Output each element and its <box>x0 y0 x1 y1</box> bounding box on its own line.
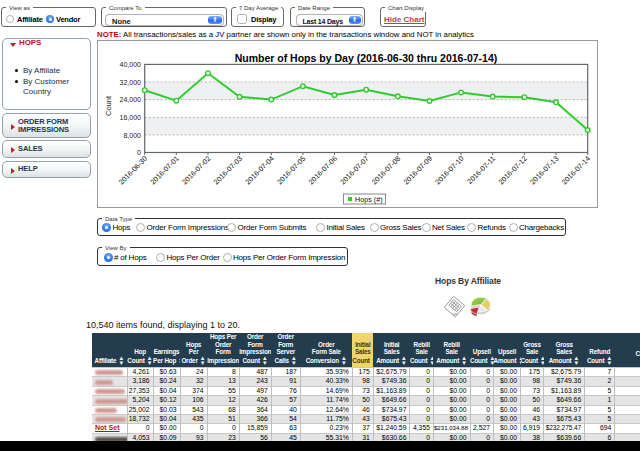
svg-text:32,000: 32,000 <box>120 79 142 86</box>
svg-text:2016-07-05: 2016-07-05 <box>275 154 307 186</box>
svg-text:2016-07-04: 2016-07-04 <box>243 154 275 186</box>
svg-text:Number of Hops by Day (2016-06: Number of Hops by Day (2016-06-30 thru 2… <box>235 52 498 64</box>
svg-text:2016-07-06: 2016-07-06 <box>307 154 339 186</box>
svg-text:2016-07-02: 2016-07-02 <box>180 154 212 186</box>
svg-text:Hops (#): Hops (#) <box>355 195 383 204</box>
svg-text:2016-07-13: 2016-07-13 <box>528 154 560 186</box>
svg-text:8,000: 8,000 <box>123 132 141 139</box>
svg-text:2016-07-14: 2016-07-14 <box>560 154 592 186</box>
svg-text:24,000: 24,000 <box>120 96 142 103</box>
svg-text:2016-07-12: 2016-07-12 <box>496 154 528 186</box>
svg-text:2016-07-11: 2016-07-11 <box>465 154 497 186</box>
svg-text:16,000: 16,000 <box>120 114 142 121</box>
svg-text:2016-07-10: 2016-07-10 <box>433 154 465 186</box>
svg-text:2016-07-08: 2016-07-08 <box>370 154 402 186</box>
svg-text:40,000: 40,000 <box>120 61 142 68</box>
svg-text:2016-07-07: 2016-07-07 <box>338 154 370 186</box>
svg-text:2016-06-30: 2016-06-30 <box>117 154 149 186</box>
svg-text:2016-07-03: 2016-07-03 <box>212 154 244 186</box>
svg-text:Count: Count <box>104 95 113 116</box>
svg-text:2016-07-09: 2016-07-09 <box>402 154 434 186</box>
svg-text:2016-07-01: 2016-07-01 <box>148 154 180 186</box>
